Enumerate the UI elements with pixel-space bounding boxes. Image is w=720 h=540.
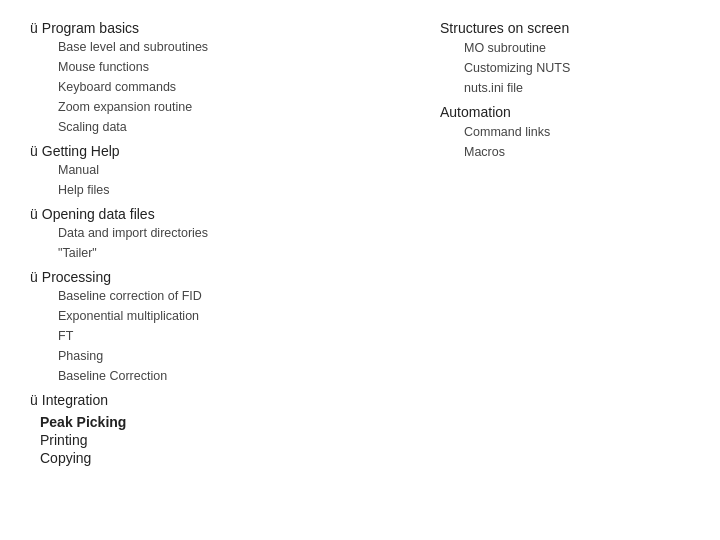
left-column: üProgram basicsBase level and subroutine…	[30, 20, 430, 520]
structures-on-screen-title: Structures on screen	[440, 20, 690, 36]
section-title: Program basics	[42, 20, 139, 36]
list-item: Mouse functions	[58, 57, 410, 77]
section-header-integration: üIntegration	[30, 392, 410, 408]
automation-title: Automation	[440, 104, 690, 120]
checkmark-icon: ü	[30, 20, 38, 36]
section-processing: üProcessingBaseline correction of FIDExp…	[30, 269, 410, 386]
section-title: Opening data files	[42, 206, 155, 222]
list-item: Baseline Correction	[58, 366, 410, 386]
section-header-program-basics: üProgram basics	[30, 20, 410, 36]
bottom-item-copying: Copying	[40, 450, 410, 466]
list-item: Command links	[464, 122, 690, 142]
list-item: Customizing NUTS	[464, 58, 690, 78]
section-integration: üIntegration	[30, 392, 410, 408]
section-title: Integration	[42, 392, 108, 408]
checkmark-icon: ü	[30, 392, 38, 408]
list-item: Manual	[58, 160, 410, 180]
section-title: Getting Help	[42, 143, 120, 159]
list-item: Macros	[464, 142, 690, 162]
sub-items-processing: Baseline correction of FIDExponential mu…	[58, 286, 410, 386]
bottom-item-peak-picking: Peak Picking	[40, 414, 410, 430]
checkmark-icon: ü	[30, 206, 38, 222]
section-getting-help: üGetting HelpManualHelp files	[30, 143, 410, 200]
right-column: Structures on screenMO subroutineCustomi…	[430, 20, 690, 520]
list-item: MO subroutine	[464, 38, 690, 58]
list-item: "Tailer"	[58, 243, 410, 263]
list-item: Data and import directories	[58, 223, 410, 243]
section-title: Processing	[42, 269, 111, 285]
sub-items-getting-help: ManualHelp files	[58, 160, 410, 200]
checkmark-icon: ü	[30, 269, 38, 285]
list-item: Keyboard commands	[58, 77, 410, 97]
sub-items-program-basics: Base level and subroutinesMouse function…	[58, 37, 410, 137]
list-item: Zoom expansion routine	[58, 97, 410, 117]
list-item: Baseline correction of FID	[58, 286, 410, 306]
section-header-opening-data-files: üOpening data files	[30, 206, 410, 222]
list-item: Phasing	[58, 346, 410, 366]
section-program-basics: üProgram basicsBase level and subroutine…	[30, 20, 410, 137]
checkmark-icon: ü	[30, 143, 38, 159]
section-opening-data-files: üOpening data filesData and import direc…	[30, 206, 410, 263]
list-item: FT	[58, 326, 410, 346]
list-item: Help files	[58, 180, 410, 200]
list-item: Scaling data	[58, 117, 410, 137]
list-item: Base level and subroutines	[58, 37, 410, 57]
section-header-getting-help: üGetting Help	[30, 143, 410, 159]
bottom-item-printing: Printing	[40, 432, 410, 448]
list-item: nuts.ini file	[464, 78, 690, 98]
list-item: Exponential multiplication	[58, 306, 410, 326]
sub-items-opening-data-files: Data and import directories"Tailer"	[58, 223, 410, 263]
section-header-processing: üProcessing	[30, 269, 410, 285]
